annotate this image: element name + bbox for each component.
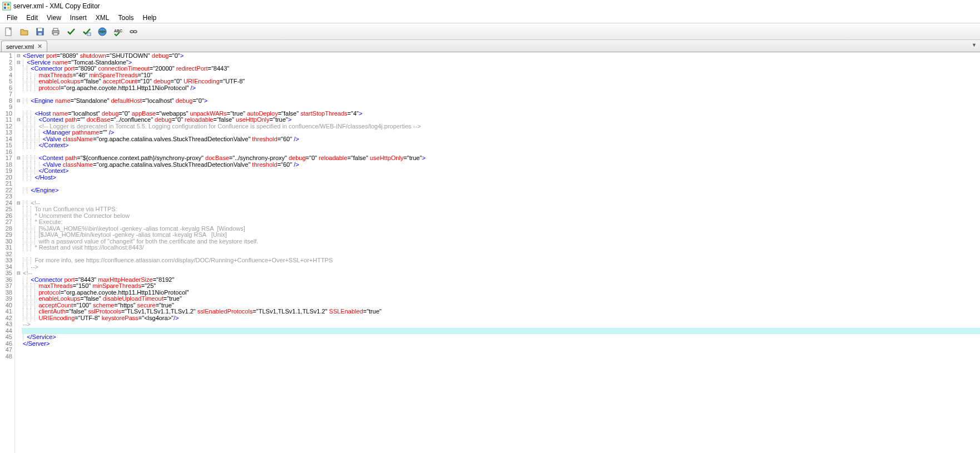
check-wellformed-button[interactable] <box>65 25 78 38</box>
code-line[interactable] <box>22 181 980 187</box>
code-area[interactable]: <Server port="8089" shutdown="SHUTDOWN" … <box>22 52 980 453</box>
line-number-gutter: 1234567891011121314151617181920212223242… <box>0 52 15 453</box>
code-line[interactable]: --> <box>22 264 980 271</box>
code-line[interactable]: To run Confluence via HTTPS: <box>22 206 980 213</box>
svg-point-15 <box>130 31 133 33</box>
code-line[interactable]: <Connector port="8090" connectionTimeout… <box>22 66 980 72</box>
code-line[interactable]: <!-- Logger is deprecated in Tomcat 5.5.… <box>22 123 980 130</box>
code-line[interactable]: <Valve className="org.apache.catalina.va… <box>22 162 980 168</box>
code-line[interactable] <box>22 347 980 354</box>
code-line[interactable]: <Valve className="org.apache.catalina.va… <box>22 136 980 143</box>
fold-toggle-icon[interactable]: ⊟ <box>15 98 22 104</box>
fold-toggle-icon[interactable]: ⊟ <box>15 117 22 123</box>
window-title: server.xml - XML Copy Editor <box>13 2 100 10</box>
menu-xml[interactable]: XML <box>91 13 114 23</box>
svg-rect-4 <box>7 7 9 9</box>
svg-rect-7 <box>38 28 42 31</box>
code-line[interactable]: <Connector port="8443" maxHttpHeaderSize… <box>22 277 980 283</box>
code-line[interactable]: * Uncomment the Connector below <box>22 213 980 220</box>
menu-view[interactable]: View <box>42 13 66 23</box>
tab-server-xml[interactable]: server.xml ✕ <box>1 41 47 52</box>
svg-rect-3 <box>4 7 6 9</box>
svg-text:ABC: ABC <box>114 29 122 33</box>
svg-point-16 <box>133 31 137 33</box>
fold-column[interactable]: ⊟⊟⊟⊟⊟⊟⊟ <box>15 52 22 453</box>
close-icon[interactable]: ✕ <box>37 43 42 50</box>
code-line[interactable]: </Context> <box>22 142 980 149</box>
code-line[interactable]: --> <box>22 321 980 328</box>
open-button[interactable] <box>18 25 31 38</box>
code-line[interactable]: with a password value of "changeit" for … <box>22 238 980 245</box>
link-button[interactable] <box>127 25 140 38</box>
menu-file[interactable]: File <box>2 13 22 23</box>
tabbar: server.xml ✕ ▼ <box>0 40 980 52</box>
app-icon <box>2 2 11 11</box>
code-line[interactable] <box>22 328 980 335</box>
fold-toggle-icon[interactable]: ⊟ <box>15 59 22 66</box>
code-line[interactable]: <Engine name="Standalone" defaultHost="l… <box>22 98 980 104</box>
print-button[interactable] <box>49 25 62 38</box>
svg-rect-10 <box>53 28 58 31</box>
tab-label: server.xml <box>6 43 34 50</box>
fold-toggle-icon[interactable]: ⊟ <box>15 53 22 59</box>
fold-toggle-icon[interactable]: ⊟ <box>15 270 22 277</box>
code-line[interactable]: <Server port="8089" shutdown="SHUTDOWN" … <box>22 53 980 59</box>
spelling-button[interactable]: ABC <box>111 25 125 38</box>
save-button[interactable] <box>33 25 47 38</box>
tab-menu-chevron-icon[interactable]: ▼ <box>972 42 977 48</box>
menubar: FileEditViewInsertXMLToolsHelp <box>0 12 980 23</box>
code-line[interactable]: <!-- <box>22 200 980 207</box>
menu-help[interactable]: Help <box>138 13 161 23</box>
new-button[interactable] <box>2 25 16 38</box>
code-line[interactable]: For more info, see https://confluence.at… <box>22 257 980 264</box>
svg-rect-1 <box>4 3 6 6</box>
toolbar: ABC <box>0 23 980 40</box>
code-line[interactable]: * Restart and visit https://localhost:84… <box>22 245 980 251</box>
code-line[interactable]: </Context> <box>22 168 980 175</box>
code-line[interactable] <box>22 354 980 360</box>
code-line[interactable]: </Service> <box>22 334 980 341</box>
fold-toggle-icon[interactable]: ⊟ <box>15 155 22 162</box>
code-line[interactable]: protocol="org.apache.coyote.http11.Http1… <box>22 85 980 92</box>
code-line[interactable]: </Engine> <box>22 187 980 194</box>
svg-rect-8 <box>38 33 42 35</box>
svg-rect-11 <box>53 33 58 35</box>
browser-button[interactable] <box>96 25 109 38</box>
svg-rect-2 <box>7 3 9 6</box>
menu-insert[interactable]: Insert <box>66 13 91 23</box>
code-line[interactable]: </Host> <box>22 175 980 181</box>
menu-tools[interactable]: Tools <box>114 13 138 23</box>
svg-rect-12 <box>87 33 91 36</box>
editor[interactable]: 1234567891011121314151617181920212223242… <box>0 52 980 453</box>
code-line[interactable]: URIEncoding="UTF-8" keystorePass="<lsg4o… <box>22 315 980 322</box>
code-line[interactable] <box>22 193 980 200</box>
code-line[interactable]: </Server> <box>22 341 980 347</box>
fold-toggle-icon[interactable]: ⊟ <box>15 200 22 207</box>
validate-button[interactable] <box>80 25 93 38</box>
titlebar: server.xml - XML Copy Editor <box>0 0 980 12</box>
menu-edit[interactable]: Edit <box>22 13 42 23</box>
